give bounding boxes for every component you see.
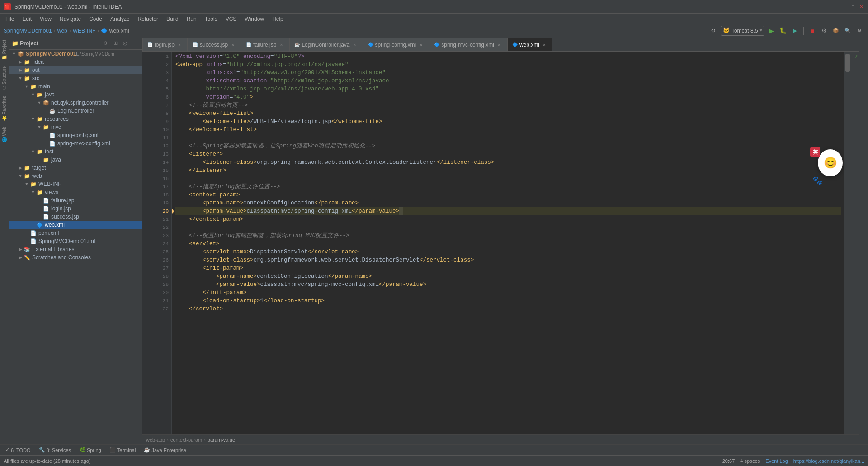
maximize-button[interactable]: □	[850, 4, 856, 10]
menu-edit[interactable]: Edit	[19, 15, 35, 23]
tree-main[interactable]: ▼ 📁 main	[9, 82, 142, 90]
editor-scrollbar[interactable]	[844, 52, 851, 434]
tree-root[interactable]: ▼ 📦 SpringMVCDemo01 E:\SpringMVCDem	[9, 50, 142, 58]
sync-files-button[interactable]: ↻	[708, 26, 719, 36]
title-bar: 🔴 SpringMVCDemo01 - web.xml - IntelliJ I…	[0, 0, 868, 14]
project-scroll-button[interactable]: ◎	[121, 39, 129, 48]
vtab-structure[interactable]: ⬡ Structure	[0, 63, 9, 93]
tree-success-jsp[interactable]: 📄 success.jsp	[9, 213, 142, 221]
tab-success-jsp[interactable]: 📄 success.jsp ×	[188, 38, 241, 51]
menu-file[interactable]: File	[2, 15, 18, 23]
project-collapse-button[interactable]: —	[131, 39, 139, 48]
tab-web-xml[interactable]: 🔷 web.xml ×	[507, 38, 552, 51]
tree-pom-xml[interactable]: 📄 pom.xml	[9, 229, 142, 237]
project-expand-button[interactable]: ⊞	[111, 39, 119, 48]
breadcrumb-project[interactable]: SpringMVCDemo01	[4, 28, 52, 34]
tree-login-jsp[interactable]: 📄 login.jsp	[9, 204, 142, 213]
tab-failure-jsp[interactable]: 📄 failure.jsp ×	[241, 38, 289, 51]
code-line-31: <load-on-startup>1</load-on-startup>	[175, 297, 841, 305]
tab-close-success-jsp[interactable]: ×	[230, 42, 236, 48]
tab-logincontroller-java[interactable]: ☕ LoginController.java ×	[289, 38, 363, 51]
code-line-16	[175, 175, 841, 183]
vtab-web[interactable]: 🌐 Web	[0, 124, 9, 145]
menu-view[interactable]: View	[36, 15, 55, 23]
tree-iml[interactable]: 📄 SpringMVCDemo01.iml	[9, 237, 142, 245]
tree-mvc[interactable]: ▼ 📁 mvc	[9, 123, 142, 131]
tab-close-logincontroller[interactable]: ×	[352, 42, 358, 48]
tree-target[interactable]: ▶ 📁 target	[9, 164, 142, 172]
services-label: 8: Services	[47, 447, 71, 453]
run-config[interactable]: 🐱 Tomcat 8.5 ▼	[721, 26, 764, 36]
menu-tools[interactable]: Tools	[201, 15, 221, 23]
menu-analyze[interactable]: Analyze	[107, 15, 133, 23]
code-line-10: </welcome-file-list>	[175, 126, 841, 134]
tree-web-xml[interactable]: 🔷 web.xml	[9, 221, 142, 229]
coverage-button[interactable]: ▶	[790, 26, 800, 36]
scrollbar-thumb[interactable]	[845, 54, 850, 72]
menu-help[interactable]: Help	[269, 15, 287, 23]
tab-spring-mvc-config-xml[interactable]: 🔷 spring-mvc-config.xml ×	[429, 38, 507, 51]
event-log-link[interactable]: Event Log	[765, 458, 788, 464]
bottom-tab-spring[interactable]: 🌿 Spring	[75, 446, 105, 454]
tab-close-web-xml[interactable]: ×	[541, 42, 547, 48]
project-settings-button[interactable]: ⚙	[101, 39, 109, 48]
stop-button[interactable]: ■	[807, 26, 817, 36]
vtab-favorites[interactable]: ⭐ Favorites	[0, 93, 9, 124]
tree-test-java[interactable]: 📁 java	[9, 156, 142, 164]
content-area: 📁 Project ⬡ Structure ⭐ Favorites 🌐 Web …	[0, 37, 868, 444]
search-everywhere-button[interactable]: 🔍	[843, 26, 853, 36]
settings-button[interactable]: ⚙	[854, 26, 864, 36]
tree-out[interactable]: ▶ 📁 out	[9, 66, 142, 74]
menu-build[interactable]: Build	[163, 15, 182, 23]
vtab-project[interactable]: 📁 Project	[0, 37, 9, 63]
tree-webinf[interactable]: ▼ 📁 WEB-INF	[9, 180, 142, 188]
tree-external-libs[interactable]: ▶ 📚 External Libraries	[9, 245, 142, 253]
tab-close-spring-mvc-config[interactable]: ×	[496, 42, 502, 48]
tree-spring-mvc-config[interactable]: 📄 spring-mvc-config.xml	[9, 139, 142, 147]
tree-logincontroller[interactable]: ☕ LoginController	[9, 107, 142, 115]
tab-label-success-jsp: success.jsp	[200, 42, 228, 48]
close-button[interactable]: ✕	[858, 4, 864, 10]
tab-login-jsp[interactable]: 📄 login.jsp ×	[142, 38, 188, 51]
tree-src[interactable]: ▼ 📁 src	[9, 74, 142, 82]
bottom-tab-terminal[interactable]: ⬛ Terminal	[106, 446, 140, 454]
menu-window[interactable]: Window	[241, 15, 268, 23]
breadcrumb-webinf[interactable]: WEB-INF	[73, 28, 96, 34]
sdk-button[interactable]: 📦	[831, 26, 841, 36]
tree-scratches[interactable]: ▶ ✏️ Scratches and Consoles	[9, 253, 142, 262]
menu-run[interactable]: Run	[183, 15, 200, 23]
code-line-21: </context-param>	[175, 215, 841, 223]
tree-resources[interactable]: ▼ 📁 resources	[9, 115, 142, 123]
bottom-tab-java-enterprise[interactable]: ☕ Java Enterprise	[140, 446, 189, 454]
build-button[interactable]: ⚙	[819, 26, 829, 36]
run-button[interactable]: ▶	[766, 26, 776, 36]
tab-spring-config-xml[interactable]: 🔷 spring-config.xml ×	[363, 38, 429, 51]
menu-code[interactable]: Code	[85, 15, 106, 23]
tree-failure-jsp[interactable]: 📄 failure.jsp	[9, 196, 142, 204]
tree-views[interactable]: ▼ 📁 views	[9, 188, 142, 196]
tree-test[interactable]: ▼ 📁 test	[9, 147, 142, 156]
bottom-tab-todo[interactable]: ✓ 6: TODO	[2, 446, 34, 454]
tree-package[interactable]: ▼ 📦 net.qyk.spring.controller	[9, 99, 142, 107]
menu-refactor[interactable]: Refactor	[134, 15, 162, 23]
tab-close-spring-config[interactable]: ×	[418, 42, 424, 48]
tree-idea[interactable]: ▶ 📁 .idea	[9, 58, 142, 66]
minimize-button[interactable]: —	[842, 4, 848, 10]
csdn-link[interactable]: https://blog.csdn.net/qianyikan...	[793, 458, 864, 464]
menu-vcs[interactable]: VCS	[222, 15, 241, 23]
code-area[interactable]: <?xml version="1.0" encoding="UTF-8"?> <…	[172, 52, 844, 434]
tab-close-login-jsp[interactable]: ×	[176, 42, 183, 48]
debug-button[interactable]: 🐛	[778, 26, 788, 36]
tab-label-login-jsp: login.jsp	[155, 42, 175, 48]
tree-spring-config[interactable]: 📄 spring-config.xml	[9, 131, 142, 139]
menu-navigate[interactable]: Navigate	[56, 15, 85, 23]
tree-web[interactable]: ▼ 📁 web	[9, 172, 142, 180]
todo-icon: ✓	[5, 447, 9, 453]
code-line-17: <!--指定Spring配置文件位置-->	[175, 183, 841, 191]
editor-bc-webapp[interactable]: web-app	[146, 437, 165, 442]
tree-java-src[interactable]: ▼ 📂 java	[9, 90, 142, 99]
tab-close-failure-jsp[interactable]: ×	[278, 42, 284, 48]
editor-bc-context-param[interactable]: context-param	[170, 437, 202, 442]
bottom-tab-services[interactable]: 🔧 8: Services	[35, 446, 75, 454]
breadcrumb-web[interactable]: web	[57, 28, 67, 34]
